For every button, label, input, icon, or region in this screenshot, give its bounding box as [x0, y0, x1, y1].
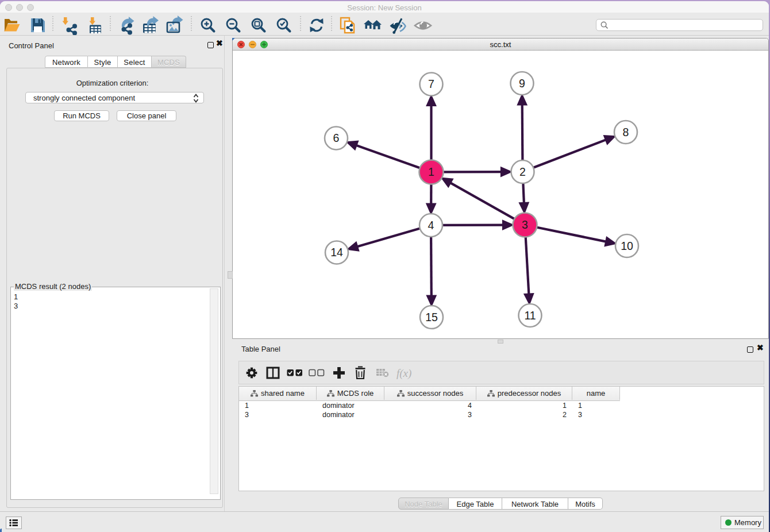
svg-text:3: 3 — [522, 218, 528, 231]
svg-text:f(x): f(x) — [396, 367, 411, 380]
svg-text:4: 4 — [428, 219, 434, 232]
svg-text:14: 14 — [330, 246, 343, 259]
svg-text:11: 11 — [524, 309, 536, 322]
svg-text:2: 2 — [519, 165, 526, 178]
svg-text:15: 15 — [425, 311, 438, 323]
svg-text:8: 8 — [623, 126, 629, 138]
svg-text:9: 9 — [519, 77, 525, 90]
svg-text:1: 1 — [428, 165, 434, 178]
svg-text:6: 6 — [333, 132, 340, 144]
svg-text:7: 7 — [428, 78, 434, 90]
svg-text:10: 10 — [621, 240, 633, 252]
